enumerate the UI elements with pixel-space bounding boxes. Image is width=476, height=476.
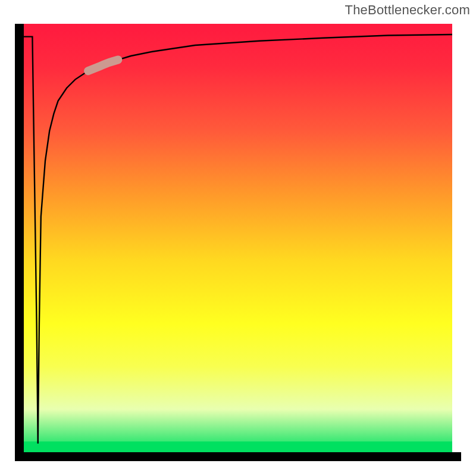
curve-layer	[24, 24, 452, 452]
chart-container: TheBottlenecker.com	[0, 0, 476, 476]
watermark-text: TheBottlenecker.com	[345, 2, 470, 18]
x-axis	[15, 452, 461, 461]
bottleneck-curve	[24, 35, 452, 444]
curve-highlight-segment	[88, 60, 118, 71]
y-axis	[15, 24, 24, 461]
